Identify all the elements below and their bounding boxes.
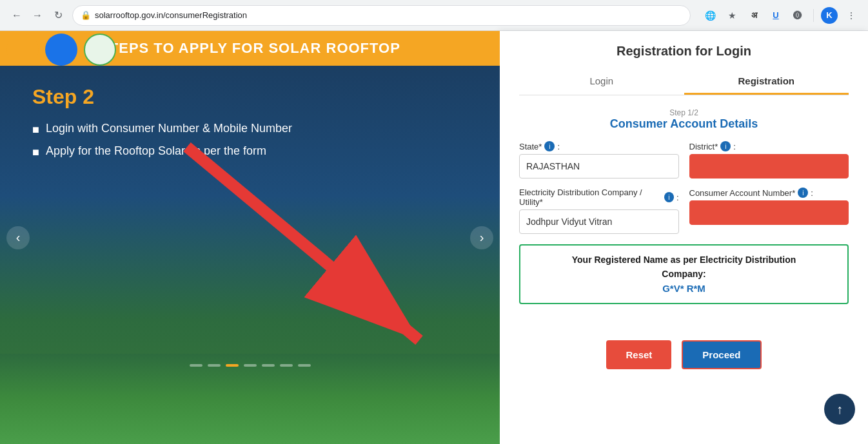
dot-5[interactable] — [262, 364, 275, 367]
browser-chrome: ← → ↻ 🔒 🌐 ★ अ U ⓿ K ⋮ — [0, 0, 868, 31]
profile-picture-icon[interactable]: K — [820, 6, 838, 24]
dot-2[interactable] — [208, 364, 221, 367]
top-logos — [0, 31, 123, 68]
dot-7[interactable] — [298, 364, 311, 367]
consumer-account-colon: : — [811, 188, 813, 198]
dot-6[interactable] — [280, 364, 293, 367]
district-label-text: District* — [689, 142, 718, 151]
divider — [813, 9, 814, 22]
dot-3[interactable] — [226, 364, 239, 367]
back-button[interactable]: ← — [8, 6, 26, 24]
info-box-line2: Company: — [529, 269, 838, 279]
step-num: Step 1/2 — [519, 108, 849, 117]
step-item-1-text: Login with Consumer Number & Mobile Numb… — [46, 122, 292, 135]
info-box-line1-text: Your Registered Name as per Electricity … — [572, 255, 796, 265]
reset-button[interactable]: Reset — [606, 340, 671, 369]
chevron-right-icon: › — [480, 230, 484, 245]
district-input[interactable] — [689, 154, 849, 179]
carousel-prev-button[interactable]: ‹ — [6, 226, 30, 249]
form-container: Registration for Login Login Registratio… — [500, 31, 868, 334]
more-options-icon[interactable]: ⋮ — [842, 6, 860, 24]
tab-login-label: Login — [589, 75, 613, 86]
tabs: Login Registration — [519, 69, 849, 95]
extensions-icon[interactable]: ⓿ — [789, 6, 807, 24]
tab-registration[interactable]: Registration — [684, 69, 849, 95]
up-arrow-icon: ↑ — [836, 402, 843, 417]
left-panel: STEPS TO APPLY FOR SOLAR ROOFTOP Step 2 … — [0, 31, 500, 444]
bullet-1: ■ — [32, 123, 39, 137]
tab-login[interactable]: Login — [519, 69, 684, 95]
info-box-line2-text: Company: — [662, 269, 705, 279]
right-panel: Registration for Login Login Registratio… — [500, 31, 868, 444]
browser-icons: 🌐 ★ अ U ⓿ K ⋮ — [701, 6, 860, 24]
carousel-dots — [190, 364, 311, 367]
info-box: Your Registered Name as per Electricity … — [519, 244, 849, 304]
consumer-account-field-group: Consumer Account Number* i : — [689, 188, 849, 234]
carousel-next-button[interactable]: › — [470, 226, 493, 249]
proceed-button[interactable]: Proceed — [682, 340, 761, 369]
step-item-1: ■ Login with Consumer Number & Mobile Nu… — [32, 122, 468, 137]
state-info-icon[interactable]: i — [544, 141, 555, 151]
lock-icon: 🔒 — [81, 10, 91, 20]
profile-avatar: K — [821, 7, 838, 24]
state-district-row: State* i : District* i : — [519, 141, 849, 179]
state-label: State* i : — [519, 141, 679, 151]
district-label: District* i : — [689, 141, 849, 151]
button-row: Reset Proceed — [500, 334, 868, 382]
electricity-label-text: Electricity Distribution Company / Utili… — [519, 188, 662, 207]
logo-2 — [45, 34, 77, 66]
tab-registration-label: Registration — [738, 75, 794, 86]
main-area: STEPS TO APPLY FOR SOLAR ROOFTOP Step 2 … — [0, 31, 868, 444]
form-title: Registration for Login — [519, 44, 849, 59]
step-content: Step 2 ■ Login with Consumer Number & Mo… — [0, 66, 500, 186]
address-bar[interactable]: 🔒 — [72, 5, 691, 26]
consumer-account-input[interactable] — [689, 200, 849, 225]
consumer-account-info-icon[interactable]: i — [798, 188, 808, 198]
bookmark-icon[interactable]: ★ — [723, 6, 741, 24]
state-input[interactable] — [519, 154, 679, 179]
electricity-info-icon[interactable]: i — [664, 192, 674, 202]
nav-buttons: ← → ↻ — [8, 6, 67, 24]
electricity-label: Electricity Distribution Company / Utili… — [519, 188, 679, 207]
consumer-account-label-text: Consumer Account Number* — [689, 188, 796, 198]
info-box-line1: Your Registered Name as per Electricity … — [529, 255, 838, 265]
logo-3 — [84, 34, 116, 66]
step-item-2: ■ Apply for the Rooftop Solar as per the… — [32, 144, 468, 159]
logo-1 — [6, 34, 39, 66]
url-input[interactable] — [95, 10, 682, 20]
bullet-2: ■ — [32, 146, 39, 159]
hindi-text-icon: अ — [745, 6, 763, 24]
scroll-top-button[interactable]: ↑ — [824, 394, 855, 425]
underline-icon: U — [767, 6, 785, 24]
dot-1[interactable] — [190, 364, 202, 367]
state-colon: : — [557, 142, 560, 151]
step-label: Consumer Account Details — [519, 117, 849, 131]
info-box-value: G*V* R*M — [529, 283, 838, 294]
state-field-group: State* i : — [519, 141, 679, 179]
state-label-text: State* — [519, 142, 542, 151]
step-title: Step 2 — [32, 85, 468, 109]
dot-4[interactable] — [244, 364, 257, 367]
step-indicator: Step 1/2 Consumer Account Details — [519, 108, 849, 131]
district-colon: : — [733, 142, 736, 151]
chevron-left-icon: ‹ — [16, 230, 21, 245]
electricity-input[interactable] — [519, 209, 679, 234]
grass-area — [0, 354, 500, 444]
electricity-field-group: Electricity Distribution Company / Utili… — [519, 188, 679, 234]
electricity-consumer-row: Electricity Distribution Company / Utili… — [519, 188, 849, 234]
forward-button[interactable]: → — [28, 6, 46, 24]
consumer-account-label: Consumer Account Number* i : — [689, 188, 849, 198]
step-item-2-text: Apply for the Rooftop Solar as per the f… — [46, 144, 266, 158]
district-info-icon[interactable]: i — [720, 141, 731, 151]
district-field-group: District* i : — [689, 141, 849, 179]
translate-icon[interactable]: 🌐 — [701, 6, 719, 24]
reload-button[interactable]: ↻ — [49, 6, 67, 24]
electricity-colon: : — [676, 193, 679, 202]
steps-header-text: STEPS TO APPLY FOR SOLAR ROOFTOP — [99, 40, 400, 56]
